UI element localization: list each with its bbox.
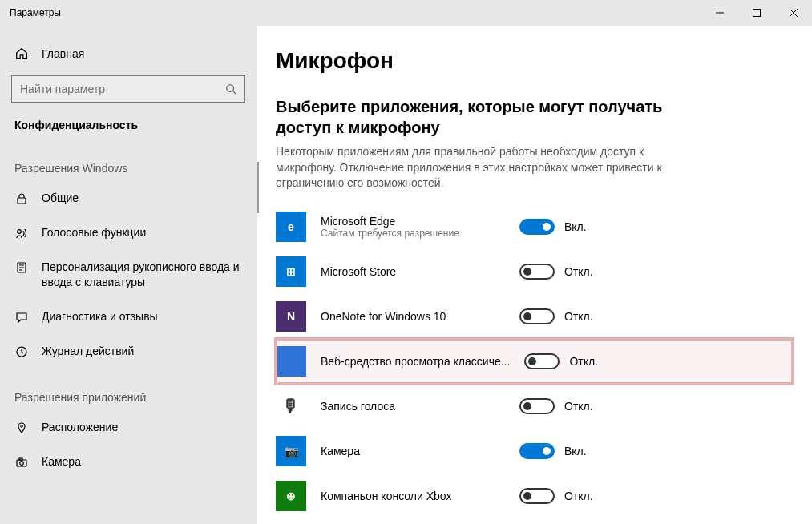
app-text: Веб-средство просмотра классиче... <box>321 355 510 368</box>
svg-line-5 <box>233 91 236 95</box>
toggle-knob <box>543 223 551 231</box>
body: Главная Конфиденциальность Разрешения Wi… <box>0 26 812 524</box>
home-icon <box>14 46 29 61</box>
sidebar-item-activity[interactable]: Журнал действий <box>0 334 257 369</box>
app-text: Microsoft Store <box>321 265 505 278</box>
app-icon: e <box>276 212 306 242</box>
sidebar-item-inking[interactable]: Персонализация рукописного ввода и ввода… <box>0 250 257 300</box>
toggle-knob <box>528 357 536 365</box>
toggle-wrap: Вкл. <box>519 219 587 235</box>
app-icon: ⊕ <box>276 481 306 511</box>
main-content: Микрофон Выберите приложения, которые мо… <box>257 26 812 524</box>
app-row: Веб-средство просмотра классиче...Откл. <box>276 339 793 384</box>
toggle-wrap: Вкл. <box>519 443 587 459</box>
app-text: Компаньон консоли Xbox <box>321 490 505 502</box>
home-link[interactable]: Главная <box>0 40 257 67</box>
toggle-label: Вкл. <box>564 220 587 233</box>
sidebar-item-general[interactable]: Общие <box>0 181 257 216</box>
toggle-knob <box>523 268 531 276</box>
app-name: Запись голоса <box>321 400 505 413</box>
toggle-switch[interactable] <box>519 308 555 324</box>
svg-point-7 <box>18 230 22 234</box>
toggle-label: Вкл. <box>564 445 587 457</box>
close-button[interactable] <box>775 0 812 26</box>
location-icon <box>14 421 29 435</box>
toggle-switch[interactable] <box>519 398 555 414</box>
toggle-wrap: Откл. <box>519 398 593 414</box>
sidebar-item-label: Камера <box>42 454 242 470</box>
search-wrap <box>0 67 257 107</box>
app-icon: 📷 <box>276 436 306 466</box>
category-label: Конфиденциальность <box>0 107 257 139</box>
toggle-switch[interactable] <box>524 353 560 369</box>
sidebar-item-diagnostics[interactable]: Диагностика и отзывы <box>0 300 257 334</box>
sidebar-item-label: Голосовые функции <box>42 225 242 240</box>
minimize-button[interactable] <box>701 0 738 26</box>
toggle-switch[interactable] <box>519 264 555 280</box>
sidebar-item-speech[interactable]: Голосовые функции <box>0 216 257 250</box>
app-row: NOneNote for Windows 10Откл. <box>276 294 793 339</box>
settings-window: Параметры Главная <box>0 0 812 524</box>
sidebar-item-label: Общие <box>42 191 242 206</box>
app-text: Microsoft EdgeСайтам требуется разрешени… <box>321 215 505 239</box>
sidebar-item-camera[interactable]: Камера <box>0 445 257 479</box>
toggle-label: Откл. <box>564 310 593 323</box>
sidebar-item-location[interactable]: Расположение <box>0 410 257 445</box>
sidebar-item-label: Диагностика и отзывы <box>42 309 242 324</box>
main-wrap: Микрофон Выберите приложения, которые мо… <box>257 26 812 524</box>
speech-icon <box>14 226 29 240</box>
svg-rect-16 <box>19 458 22 460</box>
sidebar-item-label: Расположение <box>42 420 242 435</box>
toggle-switch[interactable] <box>519 219 555 235</box>
titlebar: Параметры <box>0 0 812 26</box>
search-icon <box>217 75 244 103</box>
feedback-icon <box>14 310 29 324</box>
toggle-label: Откл. <box>569 355 598 368</box>
svg-point-13 <box>21 425 23 427</box>
history-icon <box>14 345 29 359</box>
app-name: Microsoft Edge <box>321 215 505 228</box>
inking-icon <box>14 260 29 275</box>
toggle-knob <box>543 447 551 455</box>
search-box[interactable] <box>11 75 245 103</box>
app-name: Веб-средство просмотра классиче... <box>321 355 510 368</box>
toggle-switch[interactable] <box>519 443 555 459</box>
sidebar-item-label: Журнал действий <box>42 344 242 359</box>
app-icon: N <box>276 301 306 332</box>
toggle-label: Откл. <box>564 400 593 413</box>
app-text: OneNote for Windows 10 <box>321 310 505 323</box>
page-title: Микрофон <box>276 48 793 74</box>
section-heading: Выберите приложения, которые могут получ… <box>276 96 693 138</box>
app-name: Microsoft Store <box>321 265 505 278</box>
app-icon <box>276 346 306 377</box>
toggle-label: Откл. <box>564 490 593 502</box>
app-name: Камера <box>321 445 505 457</box>
section-description: Некоторым приложениям для правильной раб… <box>276 144 693 191</box>
sidebar-item-label: Персонализация рукописного ввода и ввода… <box>42 260 242 290</box>
home-label: Главная <box>42 47 84 60</box>
toggle-knob <box>523 312 531 320</box>
section-apps-label: Разрешения приложений <box>0 369 257 410</box>
lock-icon <box>14 191 29 206</box>
app-text: Запись голоса <box>321 400 505 413</box>
app-icon: 🎙 <box>276 391 306 421</box>
toggle-knob <box>523 402 531 410</box>
svg-point-15 <box>20 461 24 465</box>
toggle-label: Откл. <box>564 265 593 278</box>
app-row: eMicrosoft EdgeСайтам требуется разрешен… <box>276 204 793 249</box>
app-text: Камера <box>321 445 505 457</box>
app-name: OneNote for Windows 10 <box>321 310 505 323</box>
app-row: ⊞Microsoft StoreОткл. <box>276 249 793 294</box>
section-windows-label: Разрешения Windows <box>0 139 257 181</box>
app-icon: ⊞ <box>276 256 306 287</box>
app-row: 📷КамераВкл. <box>276 429 793 474</box>
sidebar: Главная Конфиденциальность Разрешения Wi… <box>0 26 257 524</box>
maximize-button[interactable] <box>738 0 775 26</box>
svg-rect-1 <box>753 10 761 17</box>
svg-rect-6 <box>18 198 26 204</box>
camera-icon <box>14 455 29 470</box>
search-input[interactable] <box>12 83 217 95</box>
toggle-switch[interactable] <box>519 488 555 504</box>
app-row: 🎙Запись голосаОткл. <box>276 384 793 429</box>
app-subtext: Сайтам требуется разрешение <box>321 228 505 239</box>
